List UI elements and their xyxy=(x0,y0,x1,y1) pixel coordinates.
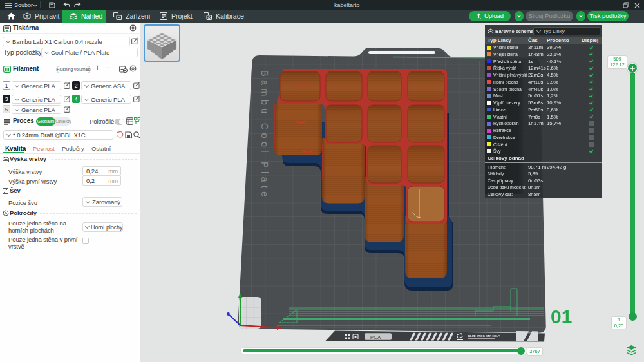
svg-text:Bambu Cool Plate: Bambu Cool Plate xyxy=(260,70,270,200)
svg-text:01: 01 xyxy=(551,306,572,327)
svg-text:PLA: PLA xyxy=(370,334,381,340)
svg-text:BLUE STICK CAN HELP.: BLUE STICK CAN HELP. xyxy=(468,334,500,338)
